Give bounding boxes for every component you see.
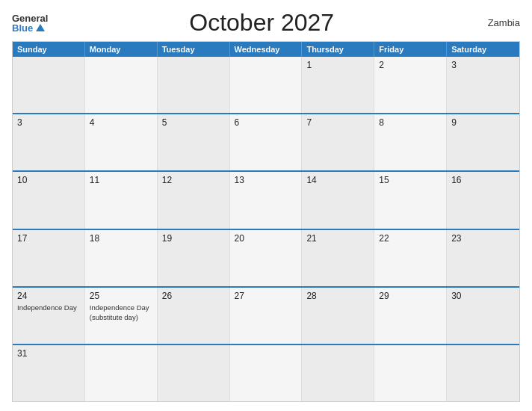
calendar-cell-w5-d1 xyxy=(85,345,158,401)
day-number: 1 xyxy=(306,60,369,70)
day-number: 18 xyxy=(90,233,152,244)
page-header: General Blue October 2027 Zambia xyxy=(12,9,520,37)
day-number: 21 xyxy=(306,233,369,244)
day-number: 10 xyxy=(17,175,80,185)
day-number: 14 xyxy=(306,175,369,185)
calendar-cell-w3-d4: 21 xyxy=(302,230,374,286)
day-event: Independence Day (substitute day) xyxy=(90,303,149,321)
day-number: 25 xyxy=(90,291,152,301)
day-number: 6 xyxy=(235,117,297,128)
day-number: 30 xyxy=(451,291,515,301)
logo-general-text: General xyxy=(12,13,48,23)
calendar-cell-w1-d2: 5 xyxy=(158,114,230,170)
day-number: 2 xyxy=(379,60,442,70)
calendar-cell-w4-d2: 26 xyxy=(158,288,230,344)
calendar-cell-w1-d4: 7 xyxy=(302,114,374,170)
col-monday: Monday xyxy=(85,42,158,57)
day-number: 24 xyxy=(17,291,80,301)
day-number: 29 xyxy=(379,291,442,301)
day-number: 13 xyxy=(235,175,297,185)
calendar-cell-w0-d1 xyxy=(85,57,158,113)
day-number: 3 xyxy=(17,117,80,128)
col-sunday: Sunday xyxy=(13,42,85,57)
col-wednesday: Wednesday xyxy=(230,42,303,57)
calendar-cell-w3-d5: 22 xyxy=(374,230,447,286)
calendar-cell-w3-d0: 17 xyxy=(13,230,85,286)
col-thursday: Thursday xyxy=(302,42,374,57)
day-number: 7 xyxy=(306,117,369,128)
calendar-cell-w3-d2: 19 xyxy=(158,230,230,286)
calendar-cell-w2-d0: 10 xyxy=(13,172,85,228)
day-number: 27 xyxy=(235,291,297,301)
calendar-cell-w2-d5: 15 xyxy=(374,172,447,228)
calendar-cell-w4-d6: 30 xyxy=(447,288,519,344)
day-number: 26 xyxy=(162,291,225,301)
logo-triangle-icon xyxy=(36,24,45,31)
calendar-cell-w5-d3 xyxy=(230,345,303,401)
calendar-cell-w2-d1: 11 xyxy=(85,172,158,228)
calendar-cell-w0-d3 xyxy=(230,57,303,113)
day-number: 5 xyxy=(162,117,225,128)
calendar-cell-w4-d1: 25Independence Day (substitute day) xyxy=(85,288,158,344)
calendar-cell-w2-d3: 13 xyxy=(230,172,303,228)
country-label: Zambia xyxy=(475,17,520,28)
calendar-cell-w0-d6: 3 xyxy=(447,57,519,113)
calendar-week-0: 123 xyxy=(13,57,519,113)
calendar-cell-w1-d5: 8 xyxy=(374,114,447,170)
calendar-cell-w0-d4: 1 xyxy=(302,57,374,113)
day-number: 4 xyxy=(90,117,152,128)
day-number: 20 xyxy=(235,233,297,244)
calendar-cell-w1-d1: 4 xyxy=(85,114,158,170)
calendar-cell-w3-d3: 20 xyxy=(230,230,303,286)
calendar-cell-w1-d0: 3 xyxy=(13,114,85,170)
calendar-cell-w0-d5: 2 xyxy=(374,57,447,113)
day-number: 16 xyxy=(451,175,515,185)
day-number: 22 xyxy=(379,233,442,244)
page-title: October 2027 xyxy=(48,9,475,37)
logo-blue-text: Blue xyxy=(12,23,48,33)
calendar-cell-w4-d0: 24Independence Day xyxy=(13,288,85,344)
calendar-cell-w2-d2: 12 xyxy=(158,172,230,228)
calendar-cell-w5-d5 xyxy=(374,345,447,401)
calendar-week-4: 24Independence Day25Independence Day (su… xyxy=(13,286,519,344)
day-number: 23 xyxy=(451,233,515,244)
calendar-cell-w4-d5: 29 xyxy=(374,288,447,344)
calendar-week-3: 17181920212223 xyxy=(13,229,519,286)
calendar-cell-w3-d6: 23 xyxy=(447,230,519,286)
day-number: 3 xyxy=(451,60,515,70)
calendar-cell-w5-d4 xyxy=(302,345,374,401)
calendar-cell-w0-d0 xyxy=(13,57,85,113)
calendar-header: Sunday Monday Tuesday Wednesday Thursday… xyxy=(13,42,519,57)
calendar-cell-w2-d4: 14 xyxy=(302,172,374,228)
logo: General Blue xyxy=(12,13,48,33)
day-number: 9 xyxy=(451,117,515,128)
day-number: 19 xyxy=(162,233,225,244)
calendar-cell-w5-d6 xyxy=(447,345,519,401)
calendar-cell-w2-d6: 16 xyxy=(447,172,519,228)
calendar-cell-w0-d2 xyxy=(158,57,230,113)
day-number: 17 xyxy=(17,233,80,244)
calendar-week-2: 10111213141516 xyxy=(13,170,519,228)
calendar-cell-w4-d4: 28 xyxy=(302,288,374,344)
col-friday: Friday xyxy=(374,42,447,57)
day-number: 15 xyxy=(379,175,442,185)
calendar-week-5: 31 xyxy=(13,344,519,401)
day-event: Independence Day xyxy=(17,303,77,312)
calendar-cell-w3-d1: 18 xyxy=(85,230,158,286)
calendar-cell-w1-d3: 6 xyxy=(230,114,303,170)
col-saturday: Saturday xyxy=(447,42,519,57)
calendar-cell-w1-d6: 9 xyxy=(447,114,519,170)
calendar-grid: Sunday Monday Tuesday Wednesday Thursday… xyxy=(12,41,520,402)
day-number: 11 xyxy=(90,175,152,185)
col-tuesday: Tuesday xyxy=(158,42,230,57)
calendar-cell-w5-d2 xyxy=(158,345,230,401)
day-number: 12 xyxy=(162,175,225,185)
calendar-page: General Blue October 2027 Zambia Sunday … xyxy=(0,0,532,411)
calendar-cell-w5-d0: 31 xyxy=(13,345,85,401)
day-number: 31 xyxy=(17,348,80,359)
day-number: 28 xyxy=(306,291,369,301)
calendar-week-1: 3456789 xyxy=(13,113,519,170)
day-number: 8 xyxy=(379,117,442,128)
calendar-body: 1233456789101112131415161718192021222324… xyxy=(13,57,519,401)
calendar-cell-w4-d3: 27 xyxy=(230,288,303,344)
